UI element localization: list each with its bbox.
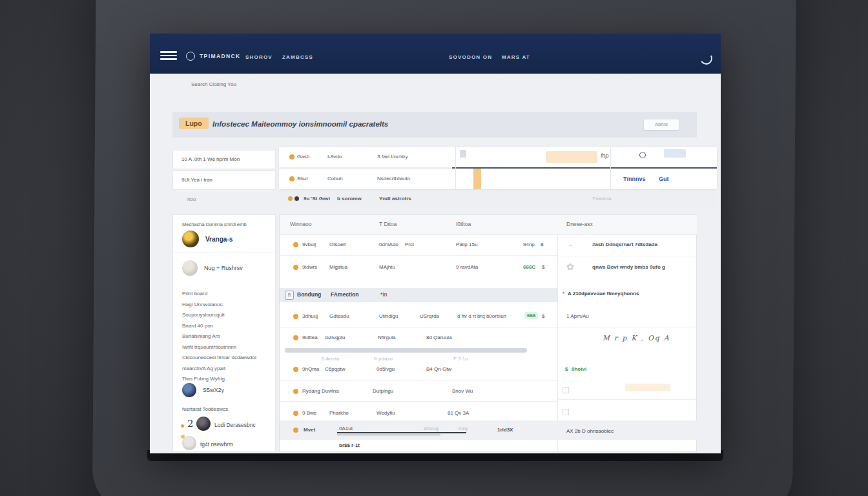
amount-badge: 666 [524,312,538,319]
sidebar-top-row-1[interactable]: 10 A .0th 1 We hprm Mon [172,150,276,169]
sidebar-link[interactable]: Tiws Fubng Wyfrig [182,374,271,385]
strip-link-2[interactable]: Gut [659,176,669,182]
table-cell: Rydang [302,388,320,394]
currency-symbol: $ [542,313,544,319]
dark-dot-icon [294,196,299,201]
panel-divider [557,215,558,451]
strip-link-1[interactable]: Tmnnvs [623,176,646,182]
nav-item-right-2[interactable]: MARS AT [502,54,530,60]
table-cell: 9 Bwe [302,410,316,416]
row-a-link[interactable]: #ash Ddnqsrnart 7dtsdada [592,242,657,247]
orange-strip [473,169,481,189]
underline [337,435,440,435]
table-cell-faint: Attvug [424,426,439,431]
header-button[interactable]: Admns [644,119,679,130]
header-chip: Lupo [179,118,209,129]
person1-name[interactable]: Vranga-s [205,236,232,243]
strip-gray-row[interactable]: 9u 'St Gavi b soromw Yndt astrotrs Tvwwn… [279,191,717,208]
table-cell: B4 Qn Gtw [426,366,451,372]
checkbox[interactable] [563,409,569,415]
footer-item1-label[interactable]: Lodi Derasesbnc [214,422,256,428]
orange-dot-icon [288,196,293,201]
row-b-links[interactable]: qnws Bovt wndy bmbs 9ufo g [592,264,665,270]
person3-name[interactable]: S5wX2y [203,387,224,393]
row-border [557,327,697,327]
strip-row-1[interactable]: Gash I-9vdo 3 favi tmchtry fnp [279,147,717,168]
table-cell: 1rld3X [497,427,513,433]
table-cell-faint: F 3 1u [453,356,468,362]
avatar-person1[interactable] [182,231,199,247]
logo-icon [186,52,195,61]
brand[interactable]: TPIMADNCK [186,52,241,61]
table-cell: 0d5lvgu [377,366,395,372]
sidebar-top-row-2[interactable]: 9Ut Yea i tran [172,170,276,190]
sidebar-link[interactable]: Print board [182,289,271,300]
currency-symbol: $ [541,242,543,247]
pill-note: fnp [601,152,609,159]
nav-item-2[interactable]: ZAMBCSS [282,54,313,60]
strip-row-2[interactable]: Shut Cobuh Nsdecrthtwutn Tmnnvs Gut [279,169,717,189]
orange-dot-icon [289,176,294,181]
sidebar-link[interactable]: Soupouyslourcquit [182,310,271,321]
divider [610,147,611,189]
sidebar-link[interactable]: Iwrfit trquountrtloutrinnn [182,342,271,353]
hamburger-menu-icon[interactable] [160,51,177,60]
divider [455,147,456,189]
table-cell: Gzivgptu [325,335,346,340]
row-h-right: AX 2b D ohnsaoblec [566,428,614,434]
sidebar-link[interactable]: Hagi Unnwolanoc [182,300,271,311]
person2-name[interactable]: Nug + Rushrsv [204,265,243,271]
strip-cell: Shut [297,176,307,181]
table-header-row: Winnaoo T Ditoa I0tltoa Dnese-asx [280,215,697,235]
column-header: T Ditoa [379,221,397,227]
table-cell: MAjhtu [379,264,395,270]
signature-text: M r p K , Oq A [603,334,670,342]
table-section-header: B Bondung FAmection *In [280,288,557,302]
section-icon: B [285,291,294,300]
sidebar-link[interactable]: Bunabinlang Arb [182,331,271,342]
row-border [280,401,557,402]
strip-cell: Gash [297,154,309,160]
avatar-footer-item1[interactable] [196,417,211,431]
avatar-person2[interactable] [182,260,198,276]
footer-item2-label[interactable]: tg4t nsewhrm [200,441,233,448]
column-header: Winnaoo [290,221,312,227]
section-title: *In [380,291,387,298]
avatar-footer-item2[interactable] [182,436,196,450]
amount-cell-green: 666C [523,264,535,270]
underline [337,432,466,433]
document-icon [460,150,466,158]
orange-dot-icon [293,367,298,372]
nav-item-right-1[interactable]: SOVODON ON [449,54,492,60]
blue-button[interactable] [664,149,686,158]
table-cell: Mlgstua [329,264,347,270]
table-cell: Dutplngu [373,388,393,394]
section-right-text: A 210dpavvoue flmeyqhonns [568,291,639,296]
circle-icon[interactable] [639,152,646,158]
orange-dot-icon [293,428,298,433]
table-cell: Palip 15u [456,242,477,247]
avatar-person3[interactable] [182,383,196,397]
checkbox[interactable] [563,387,569,393]
sidebar-footer-heading: fuertatat Toddeswcs [182,406,228,412]
page-header: Lupo Infostecec Maiteommoy ionsimnoomil … [172,112,697,138]
required-star: * [563,291,564,296]
nav-item-1[interactable]: SHOROV [245,54,273,60]
table-cell: 9idwrs [302,264,317,270]
orange-dot-icon [293,389,298,394]
sidebar-link[interactable]: Bnard 40 pon [182,321,271,332]
strip-cell: 9u 'St Gavi [304,196,330,202]
table-cell: 9hQma [302,366,319,372]
highlight-pill [546,151,597,163]
orange-dot-icon [181,424,184,428]
brand-name: TPIMADNCK [200,53,241,59]
table-cell: 9vbuij [302,242,316,247]
strip-cell: Nsdecrthtwutn [377,176,410,181]
section-title: Bondung [297,291,321,298]
table-cell: Otsoeit [329,242,346,247]
sidebar-link[interactable]: Cklcouneocesi tirniar dcdaewdoi [182,353,271,364]
orange-dot-icon [293,314,298,319]
sidebar-link[interactable]: maarchVA Ag ypait [182,364,271,375]
table-cell: Wedyfiu [377,410,395,416]
table-cell-faint: fr pdasu [374,356,393,362]
